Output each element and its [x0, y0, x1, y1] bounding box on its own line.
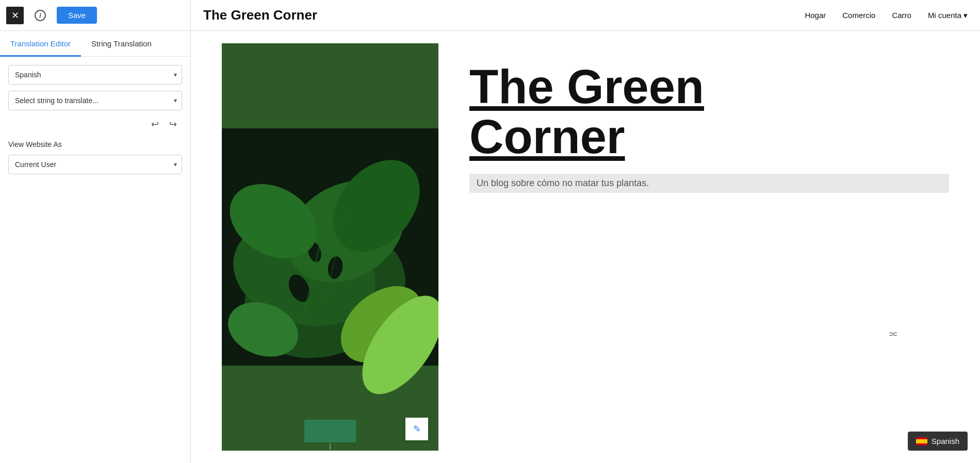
string-select[interactable]: Select string to translate... [8, 91, 182, 110]
edit-pencil-button[interactable]: ✎ [405, 418, 428, 440]
info-icon: i [35, 10, 46, 21]
green-cta-button[interactable] [304, 420, 356, 442]
tabs: Translation Editor String Translation [0, 31, 190, 57]
undo-redo-toolbar: ↩ ↪ [8, 117, 182, 132]
nav-comercio[interactable]: Comercio [842, 11, 875, 20]
top-bar-left: ✕ i Save [0, 0, 191, 30]
plant-image [222, 43, 438, 451]
pencil-icon: ✎ [413, 423, 421, 435]
hero-text: The Green Corner Un blog sobre cómo no m… [438, 31, 980, 463]
tab-translation-editor[interactable]: Translation Editor [0, 31, 81, 56]
site-title: The Green Corner [203, 7, 317, 23]
undo-icon: ↩ [151, 119, 159, 129]
website-frame: ✎ The Green Corner Un blog sobre cómo no… [191, 31, 980, 463]
close-button[interactable]: ✕ [6, 7, 24, 24]
string-select-wrapper: Select string to translate... ▾ [8, 91, 182, 110]
top-bar: ✕ i Save The Green Corner Hogar Comercio… [0, 0, 980, 31]
close-icon: ✕ [11, 10, 19, 21]
spanish-badge-label: Spanish [932, 437, 959, 445]
user-select-wrapper: Current User Visitor Admin ▾ [8, 155, 182, 174]
hero-image-container: ✎ [222, 43, 438, 451]
svg-rect-15 [916, 439, 927, 443]
nav-carro[interactable]: Carro [892, 11, 911, 20]
hero-subtitle: Un blog sobre cómo no matar tus plantas. [469, 174, 949, 193]
user-select[interactable]: Current User Visitor Admin [8, 155, 182, 174]
spanish-badge[interactable]: Spanish [908, 432, 968, 451]
tab-string-translation[interactable]: String Translation [81, 31, 162, 56]
account-arrow-icon: ▾ [963, 11, 968, 20]
view-website-label: View Website As [8, 140, 182, 148]
nav-hogar[interactable]: Hogar [805, 11, 826, 20]
redo-icon: ↪ [169, 119, 177, 129]
undo-button[interactable]: ↩ [148, 117, 162, 132]
nav-mi-cuenta[interactable]: Mi cuenta ▾ [928, 11, 968, 20]
spanish-flag-icon [916, 437, 927, 445]
nav-links: Hogar Comercio Carro Mi cuenta ▾ [805, 11, 968, 20]
view-website-section: View Website As [8, 138, 182, 148]
save-button[interactable]: Save [57, 7, 97, 24]
content-area: ✎ The Green Corner Un blog sobre cómo no… [191, 31, 980, 463]
hero-section: ✎ The Green Corner Un blog sobre cómo no… [191, 31, 980, 463]
info-button[interactable]: i [32, 7, 48, 24]
language-select[interactable]: Spanish English French German [8, 65, 182, 85]
redo-button[interactable]: ↪ [166, 117, 180, 132]
sidebar: Translation Editor String Translation Sp… [0, 31, 191, 463]
top-bar-right: The Green Corner Hogar Comercio Carro Mi… [191, 7, 980, 23]
main-layout: Translation Editor String Translation Sp… [0, 31, 980, 463]
sidebar-content: Spanish English French German ▾ Select s… [0, 57, 190, 183]
language-select-wrapper: Spanish English French German ▾ [8, 65, 182, 85]
hero-title: The Green Corner [469, 62, 949, 161]
scroll-indicator [330, 443, 331, 450]
